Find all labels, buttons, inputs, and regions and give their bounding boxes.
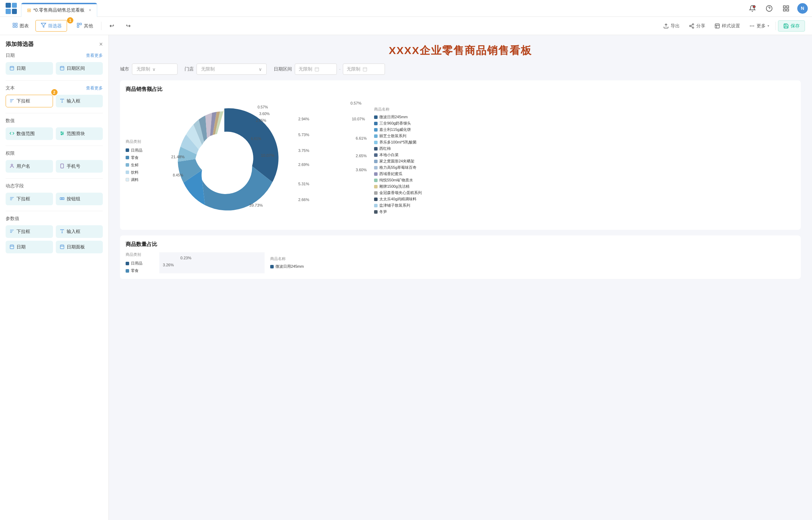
chart2-partial-svg: 3.26% 0.23% bbox=[159, 252, 229, 273]
svg-rect-10 bbox=[15, 26, 17, 27]
legend-fresh-label: 生鲜 bbox=[131, 162, 139, 168]
svg-text:3.26%: 3.26% bbox=[163, 263, 174, 267]
pct-label-2: 21.48% bbox=[171, 155, 185, 159]
prod-legend-13: 金冠森香颂夹心蛋糕系列 bbox=[374, 190, 437, 195]
layout-button[interactable] bbox=[780, 3, 792, 14]
chart2-category-legend: 商品类别 日用品 零食 bbox=[126, 252, 154, 273]
legend-item-daily: 日用品 bbox=[126, 148, 154, 153]
topbar-right: N bbox=[747, 3, 808, 14]
input-icon bbox=[60, 98, 65, 104]
sidebar-section-param: 参数值 下拉框 输入框 bbox=[0, 215, 108, 258]
filter-button-group[interactable]: 按钮组 bbox=[56, 193, 103, 205]
pct-5.73: 5.73% bbox=[298, 133, 309, 137]
filter-param-date[interactable]: 日期 bbox=[6, 241, 53, 253]
filter-date[interactable]: 日期 bbox=[6, 62, 53, 75]
divider-4 bbox=[6, 178, 103, 179]
section-date-more[interactable]: 查看更多 bbox=[86, 53, 103, 59]
help-button[interactable] bbox=[764, 3, 775, 14]
redo-button[interactable]: ↪ bbox=[121, 20, 136, 32]
city-filter-group: 城市 无限制 ∨ bbox=[120, 64, 178, 75]
city-chevron-icon: ∨ bbox=[152, 67, 156, 72]
pct-10.07: 10.07% bbox=[352, 117, 365, 121]
chart-button[interactable]: 图表 bbox=[7, 20, 34, 32]
dynamic-dropdown-label: 下拉框 bbox=[16, 196, 30, 202]
pct-label-4: 6.61% bbox=[251, 137, 261, 141]
legend-snack-label: 零食 bbox=[131, 155, 139, 160]
bell-button[interactable] bbox=[747, 3, 758, 14]
undo-button[interactable]: ↩ bbox=[104, 20, 119, 32]
store-filter-select[interactable]: 无限制 ∨ bbox=[197, 64, 267, 75]
phone-label: 手机号 bbox=[67, 163, 80, 169]
pct-label-3: 10.07% bbox=[261, 153, 274, 158]
sales-count-chart-panel: 商品数量占比 商品类别 日用品 零食 bbox=[120, 235, 801, 279]
param-date-panel-icon bbox=[60, 244, 65, 250]
pct-label-1: 39.73% bbox=[249, 203, 263, 207]
sidebar-title: 添加筛选器 bbox=[6, 41, 34, 48]
sales-amount-chart-panel: 商品销售额占比 商品类别 日用品 零食 bbox=[120, 80, 801, 230]
filter-icon bbox=[41, 22, 46, 29]
svg-point-43 bbox=[61, 134, 62, 135]
tab-title: *0.零售商品销售总览看板 bbox=[33, 7, 85, 13]
city-filter-label: 城市 bbox=[120, 66, 129, 72]
prod-legend-15: 盐津铺子散装系列 bbox=[374, 203, 437, 208]
section-text-more[interactable]: 查看更多 bbox=[86, 85, 103, 91]
pct-0.57: 0.57% bbox=[351, 101, 361, 105]
tab-icon: ⊞ bbox=[27, 7, 31, 13]
tab-close-icon[interactable]: × bbox=[89, 8, 91, 13]
export-button[interactable]: 导出 bbox=[659, 21, 684, 31]
filter-label: 筛选器 bbox=[48, 23, 62, 29]
filter-phone[interactable]: 手机号 bbox=[56, 160, 103, 173]
filter-date-range[interactable]: 日期区间 bbox=[56, 62, 103, 75]
prod-legend-12: 雕牌1500g洗洁精 bbox=[374, 184, 437, 189]
filter-range-slider[interactable]: 范围滑块 bbox=[56, 127, 103, 140]
number-range-icon bbox=[9, 131, 14, 137]
pct-6.61: 6.61% bbox=[356, 136, 367, 140]
dashboard-tab[interactable]: ⊞ *0.零售商品销售总览看板 × bbox=[21, 3, 97, 17]
save-button[interactable]: 保存 bbox=[778, 20, 805, 32]
export-label: 导出 bbox=[671, 23, 680, 29]
more-label: 更多 bbox=[757, 23, 766, 29]
svg-text:0.57%: 0.57% bbox=[258, 105, 268, 109]
store-placeholder: 无限制 bbox=[201, 66, 215, 72]
svg-rect-25 bbox=[10, 66, 14, 70]
style-button[interactable]: 样式设置 bbox=[710, 21, 744, 31]
filter-dropdown[interactable]: 下拉框 bbox=[6, 95, 53, 107]
date-start-input[interactable]: 无限制 bbox=[295, 64, 337, 75]
filter-param-input[interactable]: 输入框 bbox=[56, 225, 103, 238]
other-icon bbox=[76, 22, 82, 29]
prod-legend-16: 冬笋 bbox=[374, 209, 437, 214]
filter-param-dropdown[interactable]: 下拉框 bbox=[6, 225, 53, 238]
button-group-label: 按钮组 bbox=[67, 196, 80, 202]
svg-point-22 bbox=[752, 26, 752, 26]
main-area: 添加筛选器 × 日期 查看更多 日期 日期区间 bbox=[0, 35, 812, 520]
share-button[interactable]: 分享 bbox=[685, 21, 710, 31]
section-dynamic-label: 动态字段 bbox=[6, 183, 24, 189]
date-end-input[interactable]: 无限制 bbox=[343, 64, 385, 75]
other-button[interactable]: 其他 bbox=[71, 20, 98, 32]
sidebar-section-number: 数值 数值范围 范围滑块 bbox=[0, 118, 108, 144]
more-button[interactable]: 更多 ▾ bbox=[745, 21, 773, 31]
divider-2 bbox=[6, 113, 103, 113]
filter-number-range[interactable]: 数值范围 bbox=[6, 127, 53, 140]
filter-dynamic-dropdown[interactable]: 下拉框 bbox=[6, 193, 53, 205]
chart2-legend-snack: 零食 bbox=[126, 268, 154, 273]
pct-2.65: 2.65% bbox=[356, 154, 367, 158]
pct-label-5: 8.45% bbox=[173, 173, 183, 177]
prod-legend-9: 格力高55g草莓味百奇 bbox=[374, 165, 437, 170]
prod-legend-14: 太太乐40g鸡精调味料 bbox=[374, 196, 437, 202]
sidebar-close-button[interactable]: × bbox=[99, 41, 103, 48]
filter-input[interactable]: 输入框 bbox=[56, 95, 103, 107]
filter-badge: 1 bbox=[67, 17, 73, 24]
filter-param-date-panel[interactable]: 日期面板 bbox=[56, 241, 103, 253]
store-filter-group: 门店 无限制 ∨ bbox=[185, 64, 267, 75]
city-filter-select[interactable]: 无限制 ∨ bbox=[132, 64, 178, 75]
section-text-label: 文本 bbox=[6, 85, 15, 91]
prod-legend-10: 西域香妃蜜瓜 bbox=[374, 171, 437, 176]
svg-point-17 bbox=[690, 25, 691, 27]
filter-username[interactable]: 用户名 bbox=[6, 160, 53, 173]
date-separator: - bbox=[339, 66, 341, 72]
dropdown-label: 下拉框 bbox=[16, 98, 30, 104]
filter-button[interactable]: 筛选器 bbox=[35, 20, 67, 32]
section-param-label: 参数值 bbox=[6, 215, 19, 222]
user-avatar[interactable]: N bbox=[797, 3, 808, 14]
